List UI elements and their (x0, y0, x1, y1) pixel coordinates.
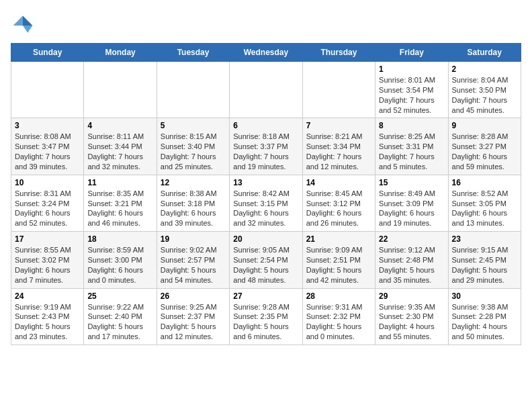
calendar-cell: 27Sunrise: 9:28 AMSunset: 2:35 PMDayligh… (230, 288, 302, 345)
day-number: 12 (161, 178, 226, 187)
weekday-header-sunday: Sunday (11, 44, 84, 62)
day-number: 7 (306, 121, 371, 130)
day-content: Sunrise: 9:38 AMSunset: 2:28 PMDaylight:… (452, 302, 517, 342)
day-number: 10 (15, 178, 80, 187)
calendar-cell: 7Sunrise: 8:21 AMSunset: 3:34 PMDaylight… (302, 118, 375, 175)
day-number: 27 (233, 291, 298, 301)
day-content: Sunrise: 9:22 AMSunset: 2:40 PMDaylight:… (87, 302, 152, 342)
day-content: Sunrise: 8:18 AMSunset: 3:37 PMDaylight:… (233, 132, 298, 171)
week-row-2: 3Sunrise: 8:08 AMSunset: 3:47 PMDaylight… (11, 118, 521, 175)
calendar-cell (84, 62, 157, 118)
day-content: Sunrise: 9:05 AMSunset: 2:54 PMDaylight:… (233, 245, 298, 285)
day-content: Sunrise: 8:28 AMSunset: 3:27 PMDaylight:… (452, 132, 517, 171)
day-content: Sunrise: 9:12 AMSunset: 2:48 PMDaylight:… (379, 245, 444, 285)
weekday-header-monday: Monday (84, 44, 157, 62)
calendar-cell (302, 62, 375, 118)
page-header (11, 11, 521, 38)
calendar-cell: 20Sunrise: 9:05 AMSunset: 2:54 PMDayligh… (230, 232, 302, 288)
day-content: Sunrise: 8:31 AMSunset: 3:24 PMDaylight:… (15, 189, 80, 228)
svg-marker-0 (23, 16, 32, 26)
calendar-cell: 1Sunrise: 8:01 AMSunset: 3:54 PMDaylight… (375, 62, 448, 118)
day-content: Sunrise: 8:21 AMSunset: 3:34 PMDaylight:… (306, 132, 371, 171)
calendar-cell: 19Sunrise: 9:02 AMSunset: 2:57 PMDayligh… (157, 232, 229, 288)
calendar-cell: 29Sunrise: 9:35 AMSunset: 2:30 PMDayligh… (375, 288, 448, 345)
calendar-cell: 9Sunrise: 8:28 AMSunset: 3:27 PMDaylight… (448, 118, 521, 175)
day-number: 19 (161, 234, 226, 244)
svg-marker-1 (23, 26, 32, 33)
week-row-5: 24Sunrise: 9:19 AMSunset: 2:43 PMDayligh… (11, 288, 521, 345)
calendar-cell: 22Sunrise: 9:12 AMSunset: 2:48 PMDayligh… (375, 232, 448, 288)
calendar-cell: 18Sunrise: 8:59 AMSunset: 3:00 PMDayligh… (84, 232, 157, 288)
day-number: 9 (452, 121, 517, 130)
weekday-header-tuesday: Tuesday (157, 44, 229, 62)
day-content: Sunrise: 8:08 AMSunset: 3:47 PMDaylight:… (15, 132, 80, 171)
weekday-header-friday: Friday (375, 44, 448, 62)
day-content: Sunrise: 8:45 AMSunset: 3:12 PMDaylight:… (306, 189, 371, 228)
calendar-cell: 8Sunrise: 8:25 AMSunset: 3:31 PMDaylight… (375, 118, 448, 175)
logo-icon (11, 13, 35, 38)
calendar-cell: 25Sunrise: 9:22 AMSunset: 2:40 PMDayligh… (84, 288, 157, 345)
day-number: 25 (87, 291, 152, 301)
calendar-cell: 11Sunrise: 8:35 AMSunset: 3:21 PMDayligh… (84, 175, 157, 231)
calendar-cell: 4Sunrise: 8:11 AMSunset: 3:44 PMDaylight… (84, 118, 157, 175)
day-number: 29 (379, 291, 444, 301)
day-content: Sunrise: 8:49 AMSunset: 3:09 PMDaylight:… (379, 189, 444, 228)
day-number: 11 (87, 178, 152, 187)
day-content: Sunrise: 8:35 AMSunset: 3:21 PMDaylight:… (87, 189, 152, 228)
day-number: 5 (161, 121, 226, 130)
calendar-cell (157, 62, 229, 118)
calendar-cell: 10Sunrise: 8:31 AMSunset: 3:24 PMDayligh… (11, 175, 84, 231)
day-content: Sunrise: 9:19 AMSunset: 2:43 PMDaylight:… (15, 302, 80, 342)
day-content: Sunrise: 9:09 AMSunset: 2:51 PMDaylight:… (306, 245, 371, 285)
logo (11, 13, 38, 38)
day-number: 16 (452, 178, 517, 187)
svg-marker-2 (13, 16, 23, 26)
calendar-cell: 28Sunrise: 9:31 AMSunset: 2:32 PMDayligh… (302, 288, 375, 345)
calendar-cell: 21Sunrise: 9:09 AMSunset: 2:51 PMDayligh… (302, 232, 375, 288)
day-number: 24 (15, 291, 80, 301)
week-row-1: 1Sunrise: 8:01 AMSunset: 3:54 PMDaylight… (11, 62, 521, 118)
day-content: Sunrise: 9:25 AMSunset: 2:37 PMDaylight:… (161, 302, 226, 342)
weekday-header-saturday: Saturday (448, 44, 521, 62)
day-content: Sunrise: 9:15 AMSunset: 2:45 PMDaylight:… (452, 245, 517, 285)
day-number: 18 (87, 234, 152, 244)
calendar-cell: 23Sunrise: 9:15 AMSunset: 2:45 PMDayligh… (448, 232, 521, 288)
day-number: 14 (306, 178, 371, 187)
day-number: 1 (379, 64, 444, 74)
calendar-cell: 16Sunrise: 8:52 AMSunset: 3:05 PMDayligh… (448, 175, 521, 231)
day-content: Sunrise: 8:01 AMSunset: 3:54 PMDaylight:… (379, 75, 444, 115)
calendar-cell (230, 62, 302, 118)
calendar-cell: 6Sunrise: 8:18 AMSunset: 3:37 PMDaylight… (230, 118, 302, 175)
day-content: Sunrise: 8:42 AMSunset: 3:15 PMDaylight:… (233, 189, 298, 228)
day-number: 3 (15, 121, 80, 130)
day-number: 4 (87, 121, 152, 130)
day-content: Sunrise: 8:55 AMSunset: 3:02 PMDaylight:… (15, 245, 80, 285)
day-number: 13 (233, 178, 298, 187)
day-content: Sunrise: 8:04 AMSunset: 3:50 PMDaylight:… (452, 75, 517, 115)
calendar-cell: 13Sunrise: 8:42 AMSunset: 3:15 PMDayligh… (230, 175, 302, 231)
calendar-cell: 5Sunrise: 8:15 AMSunset: 3:40 PMDaylight… (157, 118, 229, 175)
day-content: Sunrise: 8:52 AMSunset: 3:05 PMDaylight:… (452, 189, 517, 228)
day-number: 17 (15, 234, 80, 244)
weekday-header-wednesday: Wednesday (230, 44, 302, 62)
day-number: 20 (233, 234, 298, 244)
calendar-cell: 14Sunrise: 8:45 AMSunset: 3:12 PMDayligh… (302, 175, 375, 231)
day-number: 30 (452, 291, 517, 301)
day-number: 23 (452, 234, 517, 244)
calendar-cell: 2Sunrise: 8:04 AMSunset: 3:50 PMDaylight… (448, 62, 521, 118)
day-content: Sunrise: 8:15 AMSunset: 3:40 PMDaylight:… (161, 132, 226, 171)
day-content: Sunrise: 8:59 AMSunset: 3:00 PMDaylight:… (87, 245, 152, 285)
day-content: Sunrise: 9:31 AMSunset: 2:32 PMDaylight:… (306, 302, 371, 342)
day-number: 22 (379, 234, 444, 244)
day-number: 6 (233, 121, 298, 130)
day-content: Sunrise: 9:28 AMSunset: 2:35 PMDaylight:… (233, 302, 298, 342)
weekday-header-thursday: Thursday (302, 44, 375, 62)
calendar-cell: 30Sunrise: 9:38 AMSunset: 2:28 PMDayligh… (448, 288, 521, 345)
calendar: SundayMondayTuesdayWednesdayThursdayFrid… (11, 43, 521, 345)
day-content: Sunrise: 8:38 AMSunset: 3:18 PMDaylight:… (161, 189, 226, 228)
calendar-cell: 12Sunrise: 8:38 AMSunset: 3:18 PMDayligh… (157, 175, 229, 231)
day-content: Sunrise: 9:35 AMSunset: 2:30 PMDaylight:… (379, 302, 444, 342)
calendar-cell: 3Sunrise: 8:08 AMSunset: 3:47 PMDaylight… (11, 118, 84, 175)
day-content: Sunrise: 9:02 AMSunset: 2:57 PMDaylight:… (161, 245, 226, 285)
day-number: 28 (306, 291, 371, 301)
